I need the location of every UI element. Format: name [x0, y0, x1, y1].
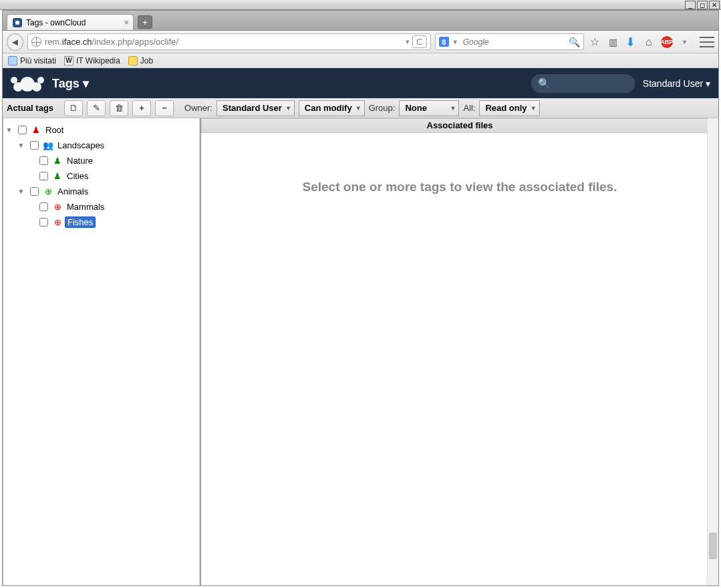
new-tab-button[interactable]: +: [138, 15, 152, 29]
chevron-down-icon[interactable]: ▼: [452, 39, 458, 45]
adblock-dropdown-icon[interactable]: ▼: [678, 35, 692, 49]
tree-node-nature[interactable]: ♟ Nature: [5, 153, 198, 168]
edit-tag-button[interactable]: ✎: [87, 100, 106, 116]
search-icon[interactable]: 🔍: [569, 37, 580, 47]
person-icon: ♟: [53, 156, 62, 166]
wikipedia-icon: W: [64, 56, 74, 65]
browser-tab[interactable]: Tags - ownCloud ×: [7, 14, 134, 30]
app-name-dropdown[interactable]: Tags ▾: [52, 76, 89, 91]
tree-checkbox[interactable]: [18, 126, 27, 134]
bookmark-it-wikipedia[interactable]: W IT Wikipedia: [64, 56, 120, 65]
tree-node-mammals[interactable]: ⊕ Mammals: [5, 199, 198, 214]
browser-window: Tags - ownCloud × + ◄ rem.iface.ch/index…: [2, 10, 719, 586]
folder-icon: [128, 56, 138, 65]
tree-checkbox[interactable]: [39, 218, 48, 227]
pane-splitter[interactable]: [200, 118, 203, 585]
tab-favicon-icon: [13, 18, 22, 27]
app-header: Tags ▾ 🔍 Standard User ▾: [3, 68, 718, 98]
back-button[interactable]: ◄: [7, 33, 23, 51]
group-label: Group:: [369, 103, 396, 113]
content-area: ▼ ♟ Root ▼ 👥 Landscapes ♟ Nature ♟ Citie…: [3, 118, 718, 585]
owner-permission-select[interactable]: Can modify: [299, 100, 365, 116]
twisty-icon[interactable]: ▼: [17, 142, 25, 149]
url-bar[interactable]: rem.iface.ch/index.php/apps/oclife/ ▾ C: [27, 33, 431, 50]
tree-node-root[interactable]: ▼ ♟ Root: [5, 122, 198, 137]
bookmark-star-icon[interactable]: ☆: [588, 35, 602, 49]
twisty-icon[interactable]: ▼: [17, 188, 25, 195]
tab-strip: Tags - ownCloud × +: [3, 11, 718, 31]
home-icon[interactable]: ⌂: [641, 35, 656, 49]
person-icon: ♟: [31, 125, 41, 135]
all-permission-select[interactable]: Read only: [479, 100, 539, 116]
library-icon[interactable]: ▥: [606, 35, 620, 49]
google-icon: 8: [439, 37, 449, 47]
tree-node-animals[interactable]: ▼ ⊕ Animals: [5, 184, 198, 198]
filter-toolbar: Actual tags 🗋 ✎ 🗑 + − Owner: Standard Us…: [3, 98, 718, 118]
tag-tree: ▼ ♟ Root ▼ 👥 Landscapes ♟ Nature ♟ Citie…: [3, 118, 201, 585]
app-search-box[interactable]: 🔍: [531, 74, 635, 93]
globe-icon: ⊕: [53, 202, 62, 212]
browser-search-box[interactable]: 8 ▼ 🔍: [435, 33, 584, 50]
scrollbar-thumb[interactable]: [709, 533, 717, 559]
minimize-button[interactable]: _: [685, 1, 696, 9]
placeholder-text: Select one or more tags to view the asso…: [201, 133, 718, 585]
tab-close-icon[interactable]: ×: [124, 17, 129, 27]
tree-checkbox[interactable]: [39, 172, 48, 180]
downloads-icon[interactable]: ⬇: [623, 35, 637, 49]
delete-tag-button[interactable]: 🗑: [110, 100, 128, 116]
tree-checkbox[interactable]: [39, 156, 48, 165]
tab-title: Tags - ownCloud: [26, 18, 86, 27]
twisty-icon[interactable]: ▼: [5, 126, 13, 134]
owncloud-logo-icon[interactable]: [11, 73, 44, 94]
main-pane: Associated files Select one or more tags…: [201, 118, 718, 585]
all-label: All:: [463, 103, 475, 113]
search-input[interactable]: [462, 37, 565, 47]
bookmark-piu-visitati[interactable]: Più visitati: [8, 56, 56, 65]
owner-select[interactable]: Standard User: [217, 100, 295, 116]
globe-icon: [31, 37, 41, 47]
new-tag-button[interactable]: 🗋: [64, 100, 83, 116]
tree-checkbox[interactable]: [30, 141, 39, 150]
tree-node-fishes[interactable]: ⊕ Fishes: [5, 214, 198, 229]
dropdown-icon[interactable]: ▾: [406, 37, 410, 46]
tree-checkbox[interactable]: [30, 187, 39, 196]
tree-node-landscapes[interactable]: ▼ 👥 Landscapes: [5, 138, 198, 152]
tree-node-cities[interactable]: ♟ Cities: [5, 168, 198, 183]
maximize-button[interactable]: ◻: [697, 1, 708, 9]
bookmark-job[interactable]: Job: [128, 56, 153, 65]
adblock-icon[interactable]: ABP: [660, 35, 674, 49]
search-icon: 🔍: [538, 78, 551, 90]
group-select[interactable]: None: [399, 100, 459, 116]
tree-checkbox[interactable]: [39, 202, 48, 211]
group-icon: 👥: [43, 140, 53, 150]
remove-button[interactable]: −: [155, 100, 174, 116]
person-icon: ♟: [53, 171, 62, 181]
bookmarks-bar: Più visitati W IT Wikipedia Job: [3, 53, 718, 68]
url-text: rem.iface.ch/index.php/apps/oclife/: [45, 37, 406, 47]
menu-button[interactable]: [700, 35, 714, 49]
toolbar-title: Actual tags: [7, 103, 53, 113]
user-menu[interactable]: Standard User ▾: [643, 78, 710, 89]
associated-files-header: Associated files: [201, 118, 718, 133]
add-button[interactable]: +: [132, 100, 151, 116]
os-titlebar: _ ◻ ✕: [0, 0, 721, 10]
navigation-toolbar: ◄ rem.iface.ch/index.php/apps/oclife/ ▾ …: [3, 31, 718, 53]
owner-label: Owner:: [184, 103, 212, 113]
bookmark-icon: [8, 56, 17, 65]
vertical-scrollbar[interactable]: [707, 118, 718, 585]
globe-icon: ⊕: [53, 217, 62, 227]
close-window-button[interactable]: ✕: [709, 1, 720, 9]
reload-button[interactable]: C: [412, 35, 427, 48]
globe-icon: ⊕: [43, 186, 53, 196]
